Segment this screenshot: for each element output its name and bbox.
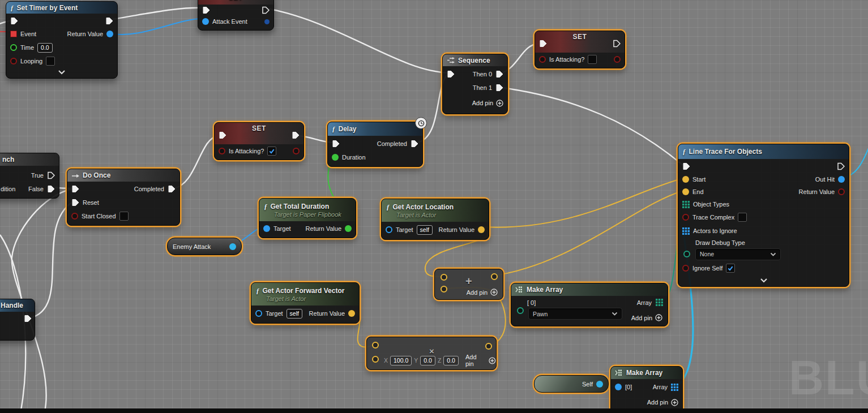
target-pin[interactable]: [255, 310, 262, 317]
completed-exec-out-pin[interactable]: [168, 185, 176, 193]
wire-exec[interactable]: [29, 202, 72, 318]
target-pin[interactable]: [386, 226, 392, 233]
node-set-timer-by-event[interactable]: ƒ Set Timer by Event Event Return Value …: [6, 1, 118, 79]
exec-in-pin[interactable]: [202, 6, 210, 14]
wire-exec[interactable]: [264, 8, 448, 73]
array-element-0-pin[interactable]: [517, 307, 524, 314]
is-attacking-in-pin[interactable]: [219, 148, 225, 154]
looping-checkbox[interactable]: [46, 57, 55, 66]
draw-debug-type-dropdown[interactable]: None: [695, 248, 781, 260]
wire-exec[interactable]: [173, 136, 219, 188]
duration-pin[interactable]: [332, 154, 339, 161]
target-pin[interactable]: [263, 225, 270, 232]
add-pin-button[interactable]: Add pin: [467, 289, 498, 296]
ignore-self-checkbox[interactable]: [726, 264, 735, 273]
multiply-input-b-pin[interactable]: [372, 356, 379, 363]
true-exec-out-pin[interactable]: [47, 171, 55, 179]
exec-in-pin[interactable]: [71, 185, 79, 193]
add-pin-button[interactable]: Add pin: [465, 354, 496, 367]
add-output-pin[interactable]: [491, 273, 498, 280]
node-set-is-attacking-mid[interactable]: SET Is Attacking?: [214, 122, 304, 160]
expand-chevron-icon[interactable]: [760, 278, 768, 283]
return-value-pin[interactable]: [106, 31, 113, 37]
return-value-pin[interactable]: [345, 225, 352, 232]
start-closed-pin[interactable]: [71, 213, 78, 220]
is-attacking-in-pin[interactable]: [539, 56, 546, 63]
node-timer-handle[interactable]: Handle: [0, 299, 35, 341]
wire-object[interactable]: [109, 19, 204, 35]
time-pin[interactable]: [10, 44, 17, 51]
array-grid-pin[interactable]: [671, 384, 678, 391]
multiply-output-pin[interactable]: [485, 343, 492, 350]
multiply-input-a-pin[interactable]: [372, 342, 379, 349]
attack-event-pin[interactable]: [202, 18, 209, 25]
z-value-field[interactable]: 0.0: [443, 356, 459, 365]
actors-to-ignore-array-pin[interactable]: [682, 227, 690, 235]
trace-complex-checkbox[interactable]: [738, 213, 747, 222]
return-value-pin[interactable]: [348, 310, 355, 317]
wire-exec[interactable]: [498, 87, 683, 165]
expand-chevron-icon[interactable]: [58, 70, 66, 75]
object-type-dropdown[interactable]: Pawn: [528, 308, 622, 320]
reset-exec-in-pin[interactable]: [71, 199, 79, 206]
is-attacking-checkbox[interactable]: [588, 55, 597, 64]
node-self-getter[interactable]: Self: [534, 375, 609, 393]
add-pin-button[interactable]: Add pin: [631, 314, 662, 321]
start-pin[interactable]: [682, 176, 689, 183]
return-value-pin[interactable]: [838, 188, 845, 195]
wire-vector[interactable]: [481, 178, 683, 227]
start-closed-checkbox[interactable]: [119, 212, 129, 221]
exec-out-pin[interactable]: [24, 315, 32, 322]
add-pin-button[interactable]: Add pin: [472, 100, 503, 107]
array-element-0-pin[interactable]: [615, 384, 622, 390]
exec-in-pin[interactable]: [447, 70, 455, 78]
node-vector-multiply[interactable]: × X 100.0 Y 0.0 Z 0.0 Add pin: [366, 337, 497, 370]
then0-exec-out-pin[interactable]: [495, 70, 503, 78]
node-branch[interactable]: nch True dition False: [0, 153, 59, 199]
node-sequence[interactable]: Sequence Then 0 Then 1 Add pin: [442, 54, 508, 114]
y-value-field[interactable]: 0.0: [420, 356, 435, 365]
node-do-once[interactable]: Do Once Completed Reset Start Closed: [67, 169, 180, 226]
object-types-array-pin[interactable]: [682, 201, 690, 208]
exec-out-pin[interactable]: [262, 6, 270, 14]
is-attacking-out-pin[interactable]: [293, 148, 300, 154]
false-exec-out-pin[interactable]: [47, 185, 55, 193]
is-attacking-checkbox[interactable]: [267, 147, 276, 156]
array-grid-pin[interactable]: [656, 299, 663, 306]
looping-pin[interactable]: [10, 58, 17, 64]
exec-in-pin[interactable]: [682, 162, 690, 170]
node-get-actor-forward-vector[interactable]: ƒ Get Actor Forward Vector Target is Act…: [251, 282, 360, 324]
node-enemy-attack-getter[interactable]: Enemy Attack: [167, 238, 242, 255]
out-hit-pin[interactable]: [838, 176, 845, 183]
node-delay[interactable]: ƒ Delay Completed Duration: [327, 122, 423, 167]
node-set-attack-event[interactable]: SET Attack Event: [198, 0, 274, 31]
trace-complex-pin[interactable]: [682, 214, 689, 221]
node-get-total-duration[interactable]: ƒ Get Total Duration Target is Paper Fli…: [259, 198, 356, 238]
node-make-array-actors[interactable]: Make Array [0] Array Add pin: [610, 366, 683, 413]
end-pin[interactable]: [682, 188, 689, 195]
add-input-a-pin[interactable]: [441, 274, 447, 281]
self-out-pin[interactable]: [596, 381, 603, 388]
target-self-field[interactable]: self: [287, 309, 302, 319]
draw-debug-type-pin[interactable]: [683, 251, 690, 257]
enemy-attack-out-pin[interactable]: [229, 243, 236, 250]
add-pin-button[interactable]: Add pin: [647, 399, 678, 406]
wire-exec[interactable]: [109, 8, 204, 20]
exec-in-pin[interactable]: [219, 131, 226, 139]
exec-out-pin[interactable]: [613, 40, 621, 48]
node-set-is-attacking-top[interactable]: SET Is Attacking?: [535, 31, 625, 68]
target-self-field[interactable]: self: [417, 225, 433, 235]
output-pin[interactable]: [264, 19, 270, 24]
ignore-self-pin[interactable]: [682, 265, 689, 272]
add-input-b-pin[interactable]: [441, 286, 447, 292]
wire-vector[interactable]: [491, 191, 683, 276]
node-vector-add[interactable]: + Add pin: [434, 269, 503, 300]
then1-exec-out-pin[interactable]: [495, 84, 503, 92]
exec-in-pin[interactable]: [539, 40, 547, 48]
node-make-array-object-types[interactable]: Make Array [ 0] Pawn Array Add pin: [511, 283, 668, 326]
completed-exec-out-pin[interactable]: [411, 140, 418, 148]
event-delegate-pin[interactable]: [10, 31, 17, 37]
exec-out-pin[interactable]: [105, 17, 113, 25]
is-attacking-out-pin[interactable]: [614, 56, 621, 63]
node-get-actor-location[interactable]: ƒ Get Actor Location Target is Actor Tar…: [381, 199, 489, 240]
